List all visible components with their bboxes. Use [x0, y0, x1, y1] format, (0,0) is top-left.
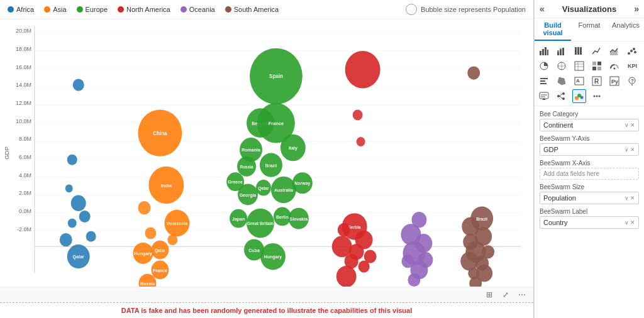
svg-text:GDP: GDP [4, 146, 10, 160]
svg-text:Qatar: Qatar [73, 254, 84, 260]
svg-point-101 [358, 261, 370, 273]
svg-text:4.0M: 4.0M [19, 172, 31, 178]
bubble-size-label: Bubble size represents Population [421, 6, 526, 13]
legend-oceania: Oceania [180, 6, 215, 13]
expand-right-button[interactable]: » [634, 4, 639, 14]
svg-text:Slovakia: Slovakia [290, 216, 308, 222]
viz-icon-qna[interactable]: ? [625, 74, 639, 88]
viz-icon-gauge[interactable] [608, 59, 621, 73]
svg-text:?: ? [631, 78, 634, 84]
close-icon-size[interactable]: ✕ [630, 195, 635, 201]
svg-point-180 [594, 96, 596, 97]
svg-rect-127 [545, 47, 547, 55]
tab-build-visual[interactable]: Build visual [535, 18, 571, 41]
field-label-beeswarm-label: BeeSwarm Label [540, 208, 639, 215]
svg-point-51 [145, 227, 156, 239]
viz-icon-more[interactable] [590, 89, 604, 103]
svg-rect-132 [560, 48, 562, 50]
svg-text:0.0M: 0.0M [19, 208, 31, 214]
chevron-down-icon[interactable]: ∨ [625, 122, 629, 128]
svg-rect-151 [597, 62, 601, 65]
svg-text:Qatar: Qatar [258, 186, 269, 191]
field-value-beeswarm-label[interactable]: Country ∨ ✕ [540, 216, 639, 229]
svg-point-112 [467, 66, 480, 79]
field-label-beeswarm-x: BeeSwarm X-Axis [540, 160, 639, 167]
svg-text:China: China [153, 131, 167, 136]
viz-icon-area[interactable] [608, 44, 621, 58]
svg-rect-146 [575, 62, 584, 70]
field-value-beeswarm-size[interactable]: Population ∨ ✕ [540, 192, 639, 204]
viz-icon-line[interactable] [590, 44, 604, 58]
field-icons-bee-category: ∨ ✕ [625, 122, 635, 128]
svg-text:Russia: Russia [240, 165, 253, 169]
svg-text:Japan: Japan [232, 216, 245, 222]
close-icon-label[interactable]: ✕ [630, 219, 635, 226]
chevron-down-icon-size[interactable]: ∨ [625, 195, 629, 201]
svg-point-182 [599, 96, 601, 97]
focus-icon[interactable]: ⤢ [499, 288, 512, 301]
field-value-bee-category[interactable]: Continent ∨ ✕ [540, 119, 639, 131]
svg-point-181 [596, 96, 598, 97]
svg-point-34 [65, 184, 73, 192]
field-value-beeswarm-y[interactable]: GDP ∨ ✕ [540, 143, 639, 156]
svg-rect-157 [540, 80, 545, 82]
more-options-icon[interactable]: ⋯ [516, 288, 528, 301]
svg-rect-156 [540, 78, 548, 79]
filter-icon[interactable]: ⊞ [483, 288, 496, 301]
viz-icon-scatter[interactable] [625, 44, 639, 58]
svg-point-91 [353, 109, 363, 120]
viz-icon-shape-map[interactable] [555, 74, 569, 88]
viz-icon-python-visual[interactable]: Py [608, 74, 621, 88]
svg-point-138 [628, 52, 630, 55]
viz-icon-stacked-bar[interactable] [555, 44, 569, 58]
viz-icon-decomp-tree[interactable] [555, 89, 569, 103]
legend-dot-africa [8, 6, 14, 13]
viz-icon-100pct-bar[interactable] [572, 44, 586, 58]
chevron-down-icon-y[interactable]: ∨ [625, 146, 629, 153]
svg-rect-158 [540, 83, 547, 84]
legend-label-europe: Europe [86, 6, 108, 13]
viz-title: Visualizations [562, 4, 616, 14]
svg-text:Spain: Spain [269, 74, 283, 79]
legend-europe: Europe [77, 6, 108, 13]
chevron-down-icon-label[interactable]: ∨ [625, 219, 629, 226]
svg-text:A: A [576, 78, 580, 84]
svg-point-30 [86, 231, 96, 242]
viz-icon-matrix[interactable] [590, 59, 604, 73]
svg-text:India: India [161, 182, 172, 188]
svg-text:18.0M: 18.0M [16, 46, 31, 52]
tab-format[interactable]: Format [571, 18, 608, 41]
viz-icon-smart-narrative[interactable] [537, 89, 551, 103]
viz-icon-custom-active[interactable] [572, 89, 586, 103]
viz-icon-bar[interactable] [537, 44, 551, 58]
viz-icon-r-visual[interactable]: R [590, 74, 604, 88]
svg-point-92 [357, 137, 365, 146]
legend-label-north-america: North America [126, 6, 170, 13]
viz-icon-slicer[interactable] [537, 74, 551, 88]
svg-text:Australia: Australia [274, 187, 294, 193]
field-text-beeswarm-size: Population [543, 194, 625, 202]
svg-point-36 [67, 155, 77, 165]
close-icon-y[interactable]: ✕ [630, 146, 635, 153]
viz-icon-table[interactable] [572, 59, 586, 73]
tab-analytics[interactable]: Analytics [608, 18, 644, 41]
collapse-left-button[interactable]: « [540, 4, 545, 14]
viz-icon-text-box[interactable]: A [572, 74, 586, 88]
svg-rect-130 [557, 50, 559, 52]
field-placeholder-beeswarm-x: Add data fields here [543, 170, 599, 177]
svg-point-172 [557, 95, 560, 97]
svg-line-175 [560, 94, 562, 96]
svg-rect-136 [580, 47, 582, 55]
legend-north-america: North America [118, 6, 170, 13]
viz-icon-map[interactable] [555, 59, 569, 73]
viz-icon-pie[interactable] [537, 59, 551, 73]
field-text-beeswarm-label: Country [543, 219, 625, 226]
chart-icons-row: ⊞ ⤢ ⋯ [0, 287, 533, 302]
legend-label-oceania: Oceania [189, 6, 215, 13]
viz-icon-kpi[interactable]: KPI [625, 59, 639, 73]
svg-point-95 [332, 236, 352, 257]
field-text-bee-category: Continent [543, 121, 625, 129]
close-icon[interactable]: ✕ [630, 122, 635, 128]
field-add-beeswarm-x[interactable]: Add data fields here [540, 168, 639, 180]
svg-text:Serbia: Serbia [348, 224, 361, 229]
